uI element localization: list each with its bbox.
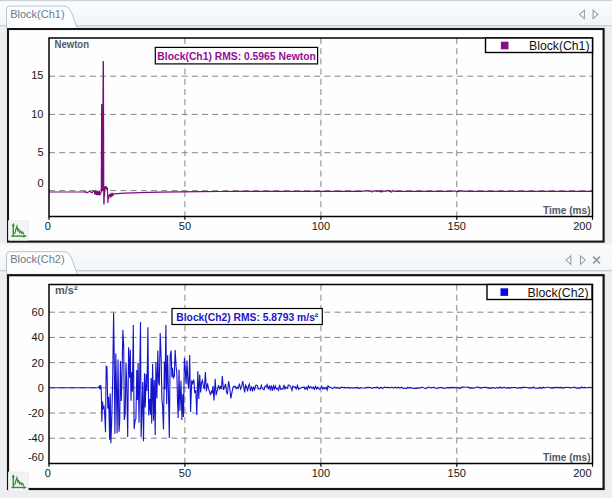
svg-text:m/s²: m/s² <box>55 284 78 296</box>
svg-text:Block(Ch2): Block(Ch2) <box>528 286 589 300</box>
svg-text:5: 5 <box>37 146 43 158</box>
svg-text:50: 50 <box>179 220 191 232</box>
svg-text:20: 20 <box>32 357 44 369</box>
svg-text:Block(Ch2): Block(Ch2) <box>10 253 64 265</box>
svg-text:Time (ms): Time (ms) <box>543 204 591 216</box>
svg-text:100: 100 <box>312 220 330 232</box>
svg-text:Block(Ch1): Block(Ch1) <box>529 39 590 53</box>
svg-text:-20: -20 <box>28 407 44 419</box>
svg-text:-60: -60 <box>28 451 44 463</box>
svg-text:0: 0 <box>37 177 43 189</box>
svg-text:40: 40 <box>32 331 44 343</box>
svg-text:150: 150 <box>448 220 466 232</box>
svg-text:200: 200 <box>573 220 591 232</box>
svg-text:-40: -40 <box>28 432 44 444</box>
svg-text:Block(Ch1): Block(Ch1) <box>10 8 64 20</box>
svg-text:150: 150 <box>448 467 466 479</box>
svg-text:200: 200 <box>573 467 591 479</box>
svg-text:60: 60 <box>32 306 44 318</box>
svg-text:Block(Ch2) RMS: 5.8793 m/s²: Block(Ch2) RMS: 5.8793 m/s² <box>176 311 318 323</box>
svg-text:0: 0 <box>45 220 51 232</box>
svg-text:0: 0 <box>38 382 44 394</box>
svg-text:Newton: Newton <box>55 38 90 50</box>
svg-text:100: 100 <box>312 467 330 479</box>
svg-text:10: 10 <box>31 108 43 120</box>
svg-text:50: 50 <box>179 467 191 479</box>
svg-text:Time (ms): Time (ms) <box>543 451 591 463</box>
svg-text:0: 0 <box>45 467 51 479</box>
svg-text:15: 15 <box>31 69 43 81</box>
svg-text:Block(Ch1) RMS: 0.5965 Newton: Block(Ch1) RMS: 0.5965 Newton <box>157 50 315 62</box>
